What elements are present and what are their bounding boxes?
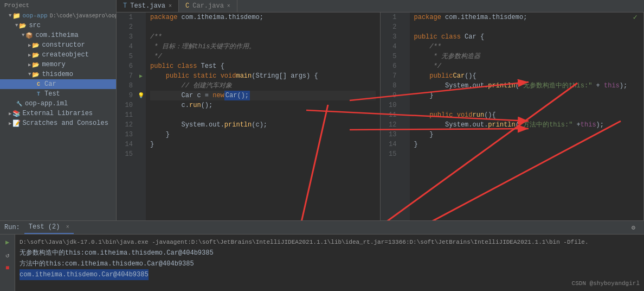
gutter-3 [136,32,146,42]
editor-area: T Test.java × C Car.java × 12345 678910 … [117,0,644,220]
sidebar-item-src[interactable]: ▼ 📂 src [0,21,116,30]
sidebar-item-com-itheima[interactable]: ▼ 📦 com.itheima [0,30,116,40]
thisdemo-label: thisdemo [42,71,73,78]
src-label: src [29,22,41,29]
code-line-right-5: * 无参数构造器 [414,52,640,61]
code-content-right[interactable]: package com.itheima.thisdemo; public cla… [410,12,644,220]
code-line-left-8: // 创建汽车对象 [150,81,376,91]
sidebar-item-iml[interactable]: 🔧 oop-app.iml [0,99,116,109]
editor-pane-right: 12345 678910 1112131415 [381,12,645,220]
sidebar-item-external-libraries[interactable]: ▶ 📚 External Libraries [0,109,116,118]
gutter-1 [136,12,146,22]
code-line-left-3: /** [150,32,376,42]
code-line-left-2 [150,22,376,32]
tab-test-label: Test.java [130,2,165,10]
gutter-11 [136,110,146,120]
line-numbers-left: 12345 678910 1112131415 [117,12,136,220]
code-line-right-11: public void run(){ [414,110,640,120]
createobject-label: createobject [42,51,88,59]
run-tab-test[interactable]: Test (2) × [24,221,74,234]
run-play-btn[interactable]: ▶ [2,237,13,248]
tab-test-java[interactable]: T Test.java × [117,0,179,12]
gutter-4 [136,42,146,52]
expand-arrow-com: ▼ [22,33,24,38]
sidebar-item-scratches[interactable]: ▶ 📝 Scratches and Consoles [0,118,116,128]
sidebar-item-car[interactable]: C Car [0,79,116,89]
run-label: Run: [4,224,20,231]
tab-test-close[interactable]: × [169,3,172,9]
gutter-left: ▶ 💡 [136,12,146,220]
code-line-left-13: } [150,130,376,140]
expand-arrow-createobject: ▶ [28,52,31,58]
com-itheima-label: com.itheima [35,31,78,39]
tab-test-icon: T [123,2,127,10]
bottom-content: ▶ ↺ ■ D:\soft\Java\jdk-17.0.1\bin\java.e… [0,235,644,291]
run-stop-btn[interactable]: ■ [2,263,13,274]
settings-icon[interactable]: ⚙ [627,222,640,234]
tab-car-icon: C [185,2,189,10]
tab-car-close[interactable]: × [227,3,230,9]
gutter-r-6 [400,61,410,71]
sidebar-item-constructor[interactable]: ▶ 📂 constructor [0,40,116,50]
check-mark: ✓ [633,12,637,22]
code-line-right-3: public class Car { [414,32,640,42]
tab-car-label: Car.java [192,2,224,10]
code-line-left-9: Car c = new Car(); [150,91,376,100]
run-tab-label: Test (2) [29,223,60,231]
gutter-r-13 [400,130,410,140]
java-icon-test: T [35,90,42,98]
gutter-9-bulb[interactable]: 💡 [136,91,146,100]
gutter-r-7 [400,71,410,81]
code-line-left-10: c.run(); [150,100,376,110]
expand-arrow-ext: ▶ [9,111,11,117]
code-line-right-9: } [414,91,640,100]
expand-arrow-scratches: ▶ [9,121,11,126]
external-libraries-label: External Libraries [22,110,93,117]
test-label: Test [44,90,60,98]
sidebar-item-createobject[interactable]: ▶ 📂 createobject [0,50,116,60]
xml-icon: 🔧 [15,100,23,107]
sidebar-item-oop-app[interactable]: ▼ 📁 oop-app D:\code\javasepro\oop-app [0,11,116,21]
code-line-right-7: public Car(){ [414,71,640,81]
gutter-5 [136,52,146,61]
code-line-left-12: System.out.println(c); [150,120,376,130]
run-rerun-btn[interactable]: ↺ [2,250,13,261]
expand-arrow: ▼ [9,13,11,18]
output-line-1: 无参数构造中的this:com.itheima.thisdemo.Car@404… [20,248,640,258]
tab-car-java[interactable]: C Car.java × [179,0,237,12]
java-icon-car: C [35,80,42,88]
run-tabs-bar: Run: Test (2) × ⚙ [0,221,644,235]
code-line-left-4: * 目标：理解this关键字的作用。 [150,42,376,52]
scratches-icon: 📝 [12,119,20,127]
folder-icon-memory: 📂 [32,61,40,68]
code-content-left[interactable]: package com.itheima.thisdemo; /** * 目标：理… [146,12,380,220]
sidebar-item-thisdemo[interactable]: ▼ 📂 thisdemo [0,69,116,79]
code-line-left-11 [150,110,376,120]
gutter-r-4 [400,42,410,52]
gutter-8 [136,81,146,91]
sidebar-item-test[interactable]: T Test [0,89,116,99]
watermark: CSDN @shyboyandgirl [572,280,640,287]
gutter-14 [136,140,146,149]
sidebar-item-memory[interactable]: ▶ 📂 memory [0,60,116,69]
gutter-r-2 [400,22,410,32]
code-line-right-14: } [414,140,640,149]
code-line-left-6: public class Test { [150,61,376,71]
gutter-7-run[interactable]: ▶ [136,71,146,81]
gutter-13 [136,130,146,140]
gutter-r-12 [400,120,410,130]
code-line-left-7: public static void main(String[] args) { [150,71,376,81]
run-tab-close[interactable]: × [66,224,69,230]
gutter-r-10 [400,100,410,110]
gutter-r-14 [400,140,410,149]
gutter-12 [136,120,146,130]
code-line-right-4: /** [414,42,640,52]
gutter-r-3 [400,32,410,42]
code-line-left-15 [150,149,376,159]
package-icon: 📦 [25,31,33,39]
sidebar: Project ▼ 📁 oop-app D:\code\javasepro\oo… [0,0,117,220]
gutter-2 [136,22,146,32]
gutter-r-15 [400,149,410,159]
car-label: Car [44,80,56,88]
gutter-r-9 [400,91,410,100]
